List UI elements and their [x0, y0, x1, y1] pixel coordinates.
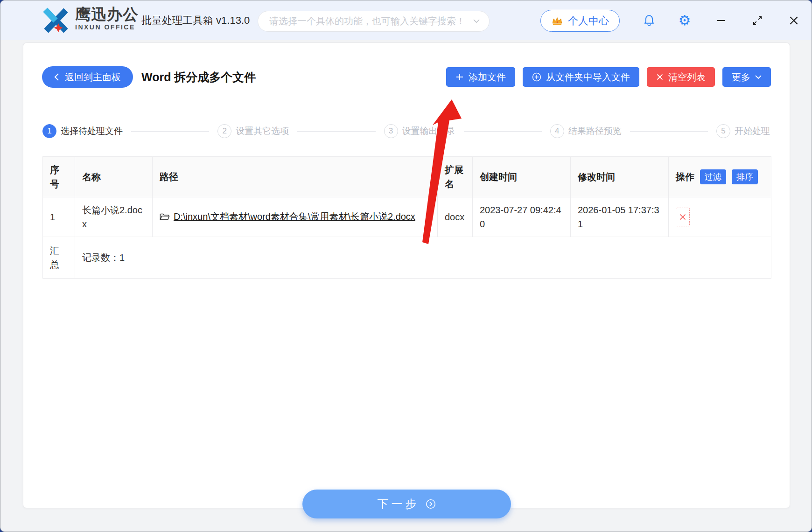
brand-subtitle: INXUN OFFICE — [75, 23, 139, 31]
user-center-label: 个人中心 — [568, 14, 609, 28]
col-modified: 修改时间 — [571, 157, 669, 197]
back-button-label: 返回到主面板 — [65, 71, 121, 84]
more-label: 更多 — [732, 71, 750, 84]
app-title: 批量处理工具箱 v1.13.0 — [141, 0, 250, 40]
table-header-row: 序号 名称 路径 扩展名 创建时间 修改时间 操作 过滤 排序 — [43, 157, 771, 197]
brand-name: 鹰迅办公 — [75, 6, 139, 23]
col-created: 创建时间 — [473, 157, 571, 197]
topbar: 鹰迅办公 INXUN OFFICE 批量处理工具箱 v1.13.0 个人中心 — [0, 0, 812, 40]
step-5-circle: 5 — [716, 124, 730, 138]
col-ext: 扩展名 — [438, 157, 473, 197]
clear-list-label: 清空列表 — [668, 71, 706, 84]
user-center-button[interactable]: 个人中心 — [540, 10, 620, 32]
minimize-button[interactable] — [711, 0, 731, 40]
plus-circle-icon — [532, 72, 541, 82]
file-table: 序号 名称 路径 扩展名 创建时间 修改时间 操作 过滤 排序 — [42, 156, 771, 279]
brand: 鹰迅办公 INXUN OFFICE — [75, 6, 139, 31]
step-1-select-files: 1 选择待处理文件 — [42, 124, 123, 138]
step-connector — [464, 131, 542, 132]
cell-index: 1 — [43, 197, 75, 237]
step-indicator: 1 选择待处理文件 2 设置其它选项 3 设置输出目录 4 结果路径预览 5 开… — [42, 123, 770, 139]
step-4-circle: 4 — [550, 124, 564, 138]
chevron-left-icon — [54, 73, 59, 81]
clear-list-button[interactable]: 清空列表 — [647, 67, 715, 87]
cell-modified: 2026-01-05 17:37:31 — [571, 197, 669, 237]
operations-label: 操作 — [676, 170, 694, 184]
app-logo-icon — [40, 7, 71, 36]
cell-path: D:\inxun\文档素材\word素材合集\常用素材\长篇小说2.docx — [153, 197, 438, 237]
step-connector — [131, 131, 209, 132]
col-index: 序号 — [43, 157, 75, 197]
step-3-label: 设置输出目录 — [402, 125, 455, 137]
page-header: 返回到主面板 Word 拆分成多个文件 添加文件 从文件夹中导入文件 — [42, 66, 771, 88]
crown-icon — [551, 16, 563, 26]
add-files-label: 添加文件 — [469, 71, 506, 84]
search-input[interactable] — [269, 16, 473, 27]
cell-name: 长篇小说2.docx — [75, 197, 153, 237]
step-connector — [297, 131, 375, 132]
add-files-button[interactable]: 添加文件 — [446, 67, 515, 87]
step-connector — [630, 131, 708, 132]
function-search-combobox[interactable] — [258, 11, 490, 32]
step-4-label: 结果路径预览 — [568, 125, 622, 137]
cell-operations — [669, 197, 771, 237]
step-2-label: 设置其它选项 — [236, 125, 289, 137]
filter-button[interactable]: 过滤 — [700, 169, 726, 184]
step-2-options: 2 设置其它选项 — [217, 124, 289, 138]
cell-created: 2023-07-27 09:42:40 — [473, 197, 571, 237]
col-operations: 操作 过滤 排序 — [669, 157, 771, 197]
sort-button[interactable]: 排序 — [732, 169, 758, 184]
step-1-circle: 1 — [42, 124, 56, 138]
chevron-down-icon — [755, 75, 762, 79]
file-path-link[interactable]: D:\inxun\文档素材\word素材合集\常用素材\长篇小说2.docx — [174, 211, 415, 222]
import-from-folder-button[interactable]: 从文件夹中导入文件 — [523, 67, 639, 87]
circle-arrow-right-icon — [425, 498, 436, 510]
step-4-result-preview: 4 结果路径预览 — [550, 124, 622, 138]
x-icon — [656, 73, 664, 81]
next-step-label: 下一步 — [378, 497, 420, 511]
header-actions: 添加文件 从文件夹中导入文件 清空列表 更多 — [446, 67, 771, 87]
step-5-label: 开始处理 — [735, 125, 770, 137]
summary-value: 记录数：1 — [75, 237, 771, 279]
table-row: 1 长篇小说2.docx D:\inxun\文档素材\word素材合集\常用素材… — [43, 197, 771, 237]
content-card: 返回到主面板 Word 拆分成多个文件 添加文件 从文件夹中导入文件 — [23, 42, 790, 508]
step-3-output-dir: 3 设置输出目录 — [384, 124, 455, 138]
plus-icon — [455, 73, 464, 81]
delete-row-button[interactable] — [676, 208, 690, 226]
page-title: Word 拆分成多个文件 — [141, 70, 256, 85]
step-3-circle: 3 — [384, 124, 398, 138]
step-5-start: 5 开始处理 — [716, 124, 770, 138]
summary-row: 汇总 记录数：1 — [43, 237, 771, 279]
notifications-bell-icon[interactable] — [639, 0, 659, 40]
import-from-folder-label: 从文件夹中导入文件 — [546, 71, 630, 84]
red-x-icon — [679, 213, 686, 221]
close-button[interactable] — [784, 0, 804, 40]
open-folder-icon[interactable] — [160, 211, 170, 225]
step-1-label: 选择待处理文件 — [61, 125, 123, 137]
app-window: 鹰迅办公 INXUN OFFICE 批量处理工具箱 v1.13.0 个人中心 — [0, 0, 812, 532]
step-2-circle: 2 — [217, 124, 231, 138]
next-step-button[interactable]: 下一步 — [302, 490, 511, 518]
col-path: 路径 — [153, 157, 438, 197]
back-to-dashboard-button[interactable]: 返回到主面板 — [42, 66, 133, 88]
summary-label: 汇总 — [43, 237, 75, 279]
resize-maximize-button[interactable] — [747, 0, 768, 40]
cell-ext: docx — [438, 197, 473, 237]
col-name: 名称 — [75, 157, 153, 197]
chevron-down-icon — [473, 19, 480, 23]
settings-gear-icon[interactable]: ⚙ — [674, 0, 695, 40]
more-button[interactable]: 更多 — [722, 67, 771, 87]
